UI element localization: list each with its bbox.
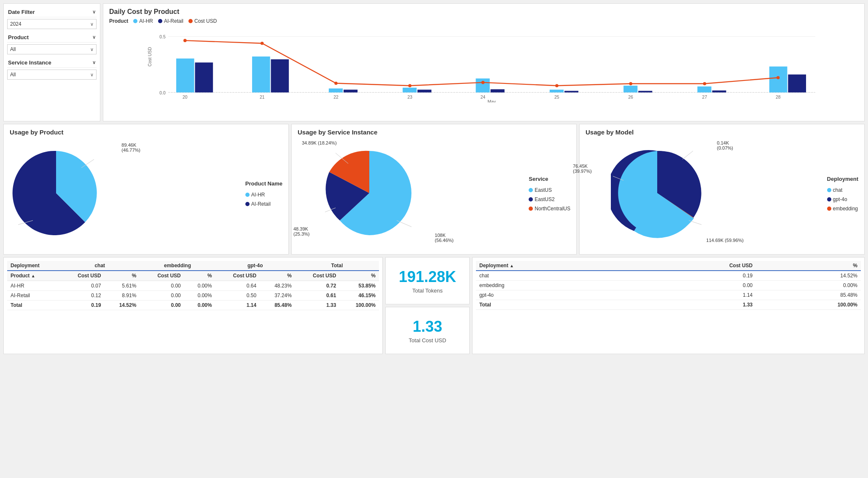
kpi-section: 191.28K Total Tokens 1.33 Total Cost USD [385, 257, 470, 354]
ai-hr-total-cost: 0.72 [295, 281, 339, 291]
product-subheader: Product ▲ [7, 271, 60, 281]
deployment-header: Deployment [7, 261, 60, 271]
deployment-cost-table: Deployment ▲ Cost USD % chat 0.19 14.52%… [476, 261, 861, 310]
daily-cost-chart-panel: Daily Cost by Product Product AI-HR AI-R… [103, 3, 865, 121]
svg-point-12 [629, 82, 632, 86]
ai-retail-embedding-pct: 0.00% [184, 291, 215, 301]
bar-23-ai-hr [403, 88, 417, 92]
embedding-label: 0.14K(0.07%) [717, 140, 733, 150]
bar-21-ai-hr [252, 56, 270, 92]
usage-by-model-title: Usage by Model [586, 129, 858, 136]
gpt4o-label: 76.45K(39.97%) [573, 164, 592, 174]
dep-chat-name: chat [476, 271, 638, 281]
usage-by-product-content: 89.46K(46.77%) 101.82K(53.23%) Produ [10, 139, 282, 248]
svg-point-14 [777, 76, 780, 79]
model-legend-title: Deployment [827, 176, 858, 182]
total-gpt4o-pct: 85.48% [260, 301, 295, 310]
cost-label: Total Cost USD [409, 337, 446, 344]
ai-hr-gpt4o-cost: 0.64 [215, 281, 260, 291]
dep-pct-header: % [756, 261, 861, 271]
product-filter-select[interactable]: All ∨ [7, 44, 97, 54]
legend-cost-usd: Cost USD [188, 18, 217, 24]
ai-retail-gpt4o-pct: 37.24% [260, 291, 295, 301]
svg-line-30 [397, 220, 411, 227]
dep-gpt4o-row: gpt-4o 1.14 85.48% [476, 290, 861, 300]
svg-text:20: 20 [183, 95, 188, 99]
eastus2-label: 48.39K(25.3%) [293, 226, 310, 236]
ai-hr-embedding-pct: 0.00% [184, 281, 215, 291]
bar-chart-area: Cost USD 0.5 0.0 [109, 27, 858, 102]
product-legend-title: Product Name [245, 180, 282, 187]
usage-by-service-title: Usage by Service Instance [298, 129, 570, 136]
embedding-header: embedding [140, 261, 215, 271]
svg-point-11 [555, 84, 559, 87]
gpt4o-header: gpt-4o [215, 261, 295, 271]
dep-total-cost: 1.33 [638, 300, 756, 310]
bar-22-ai-hr [329, 89, 343, 92]
date-filter-label: Date Filter ∨ [7, 7, 97, 17]
model-legend: Deployment chat gpt-4o embedding [827, 176, 858, 212]
chat-label: 114.69K (59.96%) [706, 238, 744, 243]
bar-24-ai-hr [476, 78, 490, 92]
usage-by-model-panel: Usage by Model 0.14K(0.07%) 76.45K(39.97… [579, 124, 865, 255]
total-total-cost: 1.33 [295, 301, 339, 310]
cost-usd-dot [188, 19, 193, 23]
ai-retail-row: AI-Retail 0.12 8.91% 0.00 0.00% 0.50 37.… [7, 291, 379, 301]
bar-20-ai-hr [176, 59, 194, 93]
svg-text:24: 24 [481, 95, 486, 99]
bar-chart-svg: Cost USD 0.5 0.0 [109, 27, 858, 102]
date-filter-select[interactable]: 2024 ∨ [7, 19, 97, 29]
product-legend: Product Name AI-HR AI-Retail [245, 180, 282, 207]
total-total-pct: 100.00% [339, 301, 379, 310]
product-filter-group: Product ∨ All ∨ [7, 32, 97, 54]
ai-retail-dot [158, 19, 162, 23]
dep-embedding-cost: 0.00 [638, 281, 756, 290]
legend-ai-retail-item: AI-Retail [245, 201, 282, 207]
usage-by-service-content: 34.89K (18.24%) 48.39K(25.3%) 108K(56.46… [298, 139, 570, 248]
gpt4o-cost-subheader: Cost USD [215, 271, 260, 281]
total-gpt4o-cost: 1.14 [215, 301, 260, 310]
svg-text:21: 21 [260, 95, 265, 99]
service-instance-filter-select[interactable]: All ∨ [7, 70, 97, 80]
service-instance-chevron: ∨ [92, 60, 96, 65]
dep-gpt4o-name: gpt-4o [476, 290, 638, 300]
ai-hr-chat-cost: 0.07 [60, 281, 104, 291]
bar-25-ai-hr [550, 90, 564, 93]
svg-point-6 [183, 39, 187, 42]
cost-kpi-panel: 1.33 Total Cost USD [385, 307, 470, 354]
svg-point-8 [334, 82, 338, 85]
total-cost-subheader: Cost USD [295, 271, 339, 281]
usage-by-product-panel: Usage by Product 89.46K(46.77%) 101.82K(… [3, 124, 289, 255]
svg-line-31 [683, 151, 693, 159]
legend-product-label: Product [109, 18, 128, 24]
ai-hr-gpt4o-pct: 48.23% [260, 281, 295, 291]
total-embedding-pct: 0.00% [184, 301, 215, 310]
svg-text:Cost USD: Cost USD [148, 47, 152, 67]
usage-by-product-title: Usage by Product [10, 129, 282, 136]
usage-by-service-panel: Usage by Service Instance 34.89K (18.24%… [291, 124, 577, 255]
embedding-pct-subheader: % [184, 271, 215, 281]
service-legend: Service EastUS EastUS2 NorthCentralUS [529, 176, 570, 212]
bar-27-ai-hr [697, 86, 711, 92]
bar-28-ai-hr [769, 67, 787, 93]
tokens-label: Total Tokens [412, 287, 443, 294]
tokens-kpi-panel: 191.28K Total Tokens [385, 257, 470, 304]
chat-pct-subheader: % [105, 271, 140, 281]
legend-embedding-item: embedding [827, 206, 858, 212]
product-filter-chevron: ∨ [92, 35, 96, 40]
legend-ai-hr-item: AI-HR [245, 192, 282, 198]
dep-total-row: Total 1.33 100.00% [476, 300, 861, 310]
dep-gpt4o-cost: 1.14 [638, 290, 756, 300]
dep-chat-pct: 14.52% [756, 271, 861, 281]
bar-22-ai-retail [344, 90, 357, 93]
service-instance-filter-group: Service Instance ∨ All ∨ [7, 58, 97, 80]
svg-point-7 [261, 42, 264, 45]
total-header: Total [295, 261, 379, 271]
dep-chat-cost: 0.19 [638, 271, 756, 281]
svg-text:26: 26 [628, 95, 633, 99]
ai-retail-embedding-cost: 0.00 [140, 291, 184, 301]
total-row: Total 0.19 14.52% 0.00 0.00% 1.14 85.48%… [7, 301, 379, 310]
legend-chat-item: chat [827, 187, 858, 193]
cost-table-panel: Deployment chat embedding gpt-4o Total P… [3, 257, 383, 354]
ai-retail-chat-cost: 0.12 [60, 291, 104, 301]
